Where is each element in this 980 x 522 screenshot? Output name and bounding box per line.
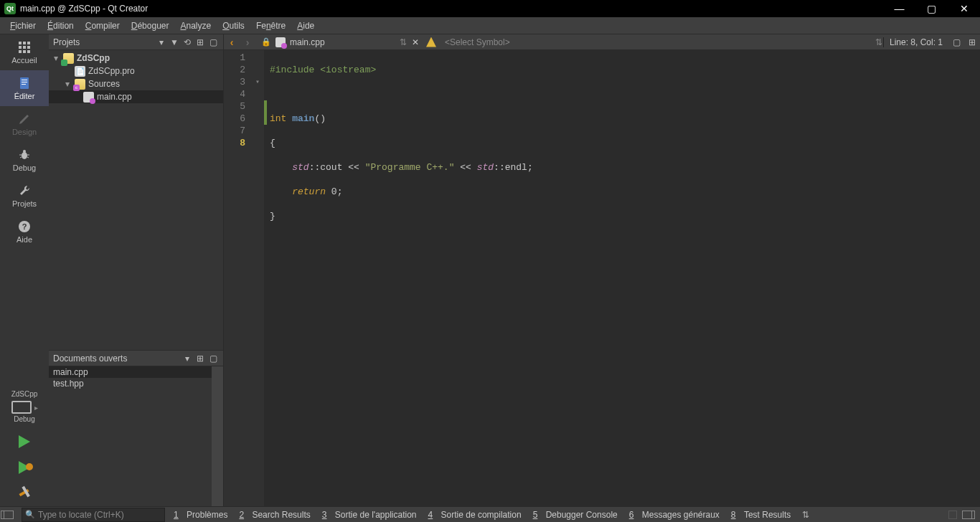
tree-label: ZdSCpp [77,53,110,63]
status-pane-tests[interactable]: 8 Test Results [725,510,796,520]
line-number-gutter[interactable]: 1 2 3 4 5 6 7 8 [224,50,251,506]
nav-forward-button[interactable]: › [240,34,255,50]
code-content[interactable]: #include <iostream> int main() { std::co… [267,50,980,506]
menu-edition[interactable]: Édition [42,19,80,32]
open-doc-main[interactable]: main.cpp [49,366,223,378]
build-button[interactable] [0,480,49,506]
dropdown-icon[interactable]: ▾ [182,353,193,364]
open-doc-test[interactable]: test.hpp [49,378,223,389]
pane-dropdown-icon[interactable]: ⇅ [796,507,815,523]
line-number: 4 [231,88,245,100]
status-pane-compile-output[interactable]: 4 Sortie de compilation [423,510,527,520]
mode-projets[interactable]: Projets [0,178,49,214]
crumb-dropdown-icon[interactable]: ⇅ [875,37,883,47]
file-crumb[interactable]: 🔒 main.cpp [255,37,399,47]
cursor-position[interactable]: Line: 8, Col: 1 [884,37,948,47]
toggle-right-sidebar-button[interactable] [961,507,980,523]
grid-icon [17,40,32,54]
mode-editer[interactable]: Éditer [0,70,49,106]
window-title: main.cpp @ ZdSCpp - Qt Creator [20,4,883,14]
close-file-button[interactable]: ✕ [407,37,423,47]
split-icon[interactable]: ⊞ [194,37,206,48]
split-icon[interactable]: ⊞ [194,353,206,364]
minimize-button[interactable]: — [883,0,915,17]
mode-bar: Accueil Éditer Design Debug Projets [0,34,49,506]
menu-compiler[interactable]: Compiler [80,19,126,32]
svg-rect-4 [23,46,26,49]
monitor-icon [11,401,32,414]
tree-main-cpp[interactable]: main.cpp [49,90,223,103]
nav-back-button[interactable]: ‹ [224,34,240,50]
target-selector[interactable]: ▸ Debug [0,399,49,429]
open-docs-list[interactable]: main.cpp test.hpp [49,366,223,506]
locator-input[interactable]: 🔍 Type to locate (Ctrl+K) [22,508,165,522]
menu-analyze[interactable]: Analyze [174,19,217,32]
code-editor[interactable]: 1 2 3 4 5 6 7 8 ▾ #include <iostream> in… [224,50,980,506]
line-number: 6 [231,113,245,125]
crumb-dropdown-icon[interactable]: ⇅ [399,37,407,47]
cpp-file-icon [83,92,94,103]
line-number: 5 [231,100,245,113]
line-number: 2 [231,64,245,76]
tree-project-root[interactable]: ▾ ZdSCpp [49,52,223,65]
play-icon [19,435,30,448]
mode-design[interactable]: Design [0,106,49,142]
menu-outils[interactable]: Outils [217,19,250,32]
tree-label: Sources [88,79,120,89]
menu-deboguer[interactable]: Déboguer [126,19,175,32]
link-icon[interactable]: ⟲ [182,37,193,48]
profile-icon: 📄 [75,66,85,77]
tree-pro-file[interactable]: 📄 ZdSCpp.pro [49,65,223,77]
symbol-selector[interactable]: <Select Symbol> [439,37,516,47]
close-panel-icon[interactable]: ▢ [207,37,219,48]
chevron-right-icon: ▸ [34,404,38,412]
open-docs-title[interactable]: Documents ouverts [53,353,180,364]
fold-toggle[interactable]: ▾ [251,76,264,88]
tree-sources-folder[interactable]: ▾ c Sources [49,77,223,90]
line-number: 7 [231,125,245,137]
kit-label: ZdSCpp [0,386,49,399]
svg-rect-11 [22,82,27,82]
mode-aide[interactable]: ? Aide [0,214,49,250]
play-bug-icon [19,461,30,474]
folder-icon: c [75,79,85,90]
menu-fenetre[interactable]: Fenêtre [250,19,291,32]
split-editor-h-button[interactable]: ⊞ [964,34,980,50]
mode-accueil[interactable]: Accueil [0,34,49,70]
svg-rect-10 [22,80,27,80]
svg-line-17 [20,157,22,158]
scrollbar-thumb[interactable] [212,366,223,385]
projects-title[interactable]: Projets [53,37,154,47]
run-button[interactable] [0,429,49,455]
dropdown-icon[interactable]: ▾ [156,37,167,48]
run-debug-button[interactable] [0,455,49,480]
close-panel-icon[interactable]: ▢ [207,353,219,364]
menubar: Fichier Édition Compiler Déboguer Analyz… [0,17,980,34]
mode-label: Aide [17,235,32,244]
filter-icon[interactable]: ▼ [169,37,180,48]
mode-label: Accueil [11,56,37,65]
mode-debug[interactable]: Debug [0,142,49,178]
status-pane-debugger[interactable]: 5 Debugger Console [527,510,623,520]
close-button[interactable]: ✕ [948,0,980,17]
menu-aide[interactable]: Aide [291,19,320,32]
svg-point-19 [23,150,26,153]
menu-fichier[interactable]: Fichier [4,19,42,32]
file-name-label: main.cpp [290,37,325,47]
status-pane-problemes[interactable]: 1 Problèmes [168,510,233,520]
project-tree[interactable]: ▾ ZdSCpp 📄 ZdSCpp.pro ▾ c Sources main.c… [49,50,223,350]
status-pane-app-output[interactable]: 3 Sortie de l'application [316,510,423,520]
search-icon: 🔍 [25,510,35,519]
bug-icon [17,148,32,162]
split-editor-button[interactable]: ▢ [948,34,964,50]
warning-icon[interactable] [426,37,436,47]
toggle-sidebar-button[interactable] [0,507,19,523]
status-pane-search[interactable]: 2 Search Results [233,510,316,520]
svg-rect-5 [27,46,30,49]
line-number: 1 [231,52,245,64]
progress-indicator [948,511,957,519]
maximize-button[interactable]: ▢ [915,0,948,17]
status-pane-messages[interactable]: 6 Messages généraux [623,510,725,520]
fold-gutter[interactable]: ▾ [251,50,264,506]
wrench-icon [17,184,32,198]
